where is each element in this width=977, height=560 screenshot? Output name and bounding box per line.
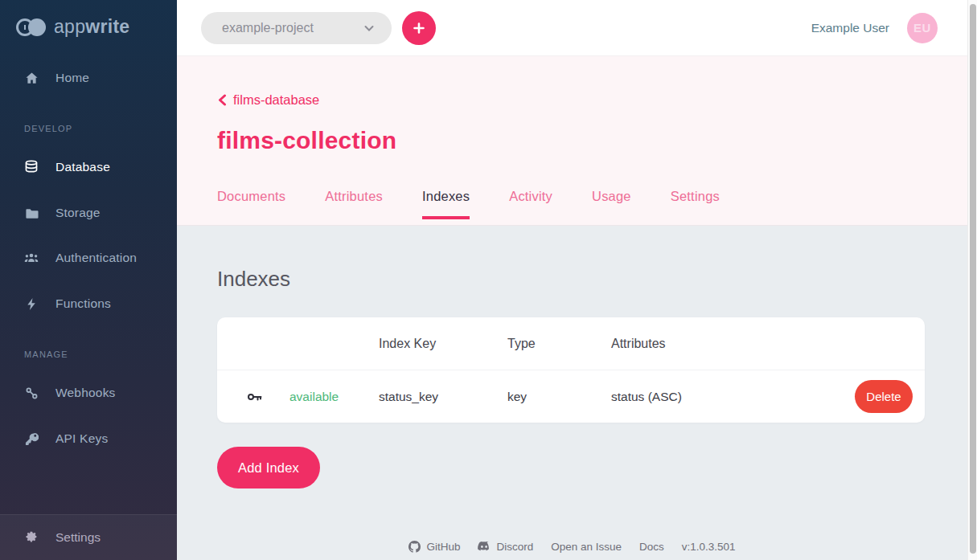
- section-heading: Indexes: [217, 267, 290, 292]
- back-chevron-icon: [217, 94, 228, 106]
- index-status: available: [289, 390, 379, 404]
- github-icon: [408, 541, 421, 553]
- footer-link-docs[interactable]: Docs: [639, 541, 664, 553]
- tab-indexes[interactable]: Indexes: [422, 189, 470, 225]
- tab-settings[interactable]: Settings: [671, 189, 720, 225]
- page-header: films-database films-collection Document…: [177, 56, 967, 226]
- index-attributes-cell: status (ASC): [611, 390, 855, 404]
- gear-icon: [24, 530, 39, 545]
- add-index-button[interactable]: Add Index: [217, 447, 320, 488]
- sidebar-item-label: Database: [55, 160, 110, 174]
- sidebar-item-settings[interactable]: Settings: [0, 514, 177, 560]
- key-icon: [247, 390, 289, 403]
- tab-attributes[interactable]: Attributes: [325, 189, 383, 225]
- footer-link-label: GitHub: [426, 541, 460, 553]
- appwrite-logo-icon: [16, 18, 47, 37]
- sidebar-section-develop: DEVELOP: [24, 124, 72, 133]
- api-keys-icon: [24, 431, 39, 446]
- discord-icon: [478, 542, 491, 552]
- topbar: example-project Example User EU: [177, 0, 967, 56]
- sidebar-item-label: Storage: [55, 206, 101, 220]
- authentication-icon: [24, 251, 39, 265]
- footer-link-label: Open an Issue: [551, 541, 622, 553]
- tab-documents[interactable]: Documents: [217, 189, 285, 225]
- database-icon: [24, 160, 39, 174]
- appwrite-logo-text: appwrite: [54, 16, 129, 38]
- indexes-table: Index Key Type Attributes available stat…: [217, 317, 925, 423]
- user-account-link[interactable]: Example User: [811, 21, 889, 35]
- sidebar-item-functions[interactable]: Functions: [0, 293, 177, 314]
- table-header-row: Index Key Type Attributes: [217, 317, 925, 370]
- footer-link-discord[interactable]: Discord: [478, 541, 533, 553]
- sidebar-item-webhooks[interactable]: Webhooks: [0, 382, 177, 403]
- webhooks-icon: [24, 386, 39, 400]
- sidebar: appwrite Home DEVELOP Database St: [0, 0, 177, 560]
- sidebar-item-label: Settings: [55, 530, 101, 545]
- tab-activity[interactable]: Activity: [509, 189, 552, 225]
- footer-link-label: Docs: [639, 541, 664, 553]
- column-header-index-key: Index Key: [379, 337, 507, 351]
- create-project-button[interactable]: [402, 11, 436, 45]
- project-selector-value: example-project: [222, 21, 314, 35]
- project-selector[interactable]: example-project: [201, 12, 392, 44]
- home-icon: [24, 71, 39, 85]
- footer-link-github[interactable]: GitHub: [408, 541, 460, 553]
- sidebar-item-authentication[interactable]: Authentication: [0, 247, 177, 268]
- appwrite-console: appwrite Home DEVELOP Database St: [0, 0, 977, 560]
- footer-link-label: Discord: [496, 541, 533, 553]
- main-content: Indexes Index Key Type Attributes availa…: [177, 226, 967, 560]
- breadcrumb-label: films-database: [233, 92, 319, 108]
- sidebar-item-label: Home: [55, 71, 89, 85]
- tab-usage[interactable]: Usage: [592, 189, 631, 225]
- sidebar-section-manage: MANAGE: [24, 349, 68, 359]
- scrollbar-track[interactable]: [967, 0, 977, 560]
- column-header-type: Type: [507, 337, 611, 351]
- footer-link-open-an-issue[interactable]: Open an Issue: [551, 541, 622, 553]
- sidebar-item-storage[interactable]: Storage: [0, 202, 177, 223]
- sidebar-item-label: Functions: [55, 296, 111, 311]
- version-label: v:1.0.3.501: [682, 541, 736, 553]
- page-title: films-collection: [217, 127, 396, 154]
- column-header-attributes: Attributes: [611, 337, 913, 351]
- delete-index-button[interactable]: Delete: [855, 380, 913, 413]
- storage-icon: [24, 206, 39, 220]
- sidebar-item-home[interactable]: Home: [0, 67, 177, 88]
- functions-icon: [24, 296, 39, 311]
- scrollbar-thumb[interactable]: [970, 4, 976, 554]
- table-row: available status_key key status (ASC) De…: [217, 370, 925, 423]
- avatar[interactable]: EU: [907, 13, 938, 43]
- sidebar-item-label: API Keys: [55, 431, 108, 446]
- sidebar-item-database[interactable]: Database: [0, 157, 177, 178]
- index-type-cell: key: [507, 390, 611, 404]
- chevron-down-icon: [363, 22, 376, 35]
- sidebar-item-label: Authentication: [55, 251, 137, 265]
- breadcrumb[interactable]: films-database: [217, 92, 319, 108]
- appwrite-logo[interactable]: appwrite: [16, 16, 129, 38]
- index-key-cell: status_key: [379, 390, 507, 404]
- sidebar-item-api-keys[interactable]: API Keys: [0, 428, 177, 449]
- footer: GitHub Discord Open an Issue Docs v:1.0.…: [177, 541, 967, 553]
- tab-bar: Documents Attributes Indexes Activity Us…: [217, 189, 720, 225]
- plus-icon: [412, 21, 426, 35]
- sidebar-item-label: Webhooks: [55, 386, 116, 400]
